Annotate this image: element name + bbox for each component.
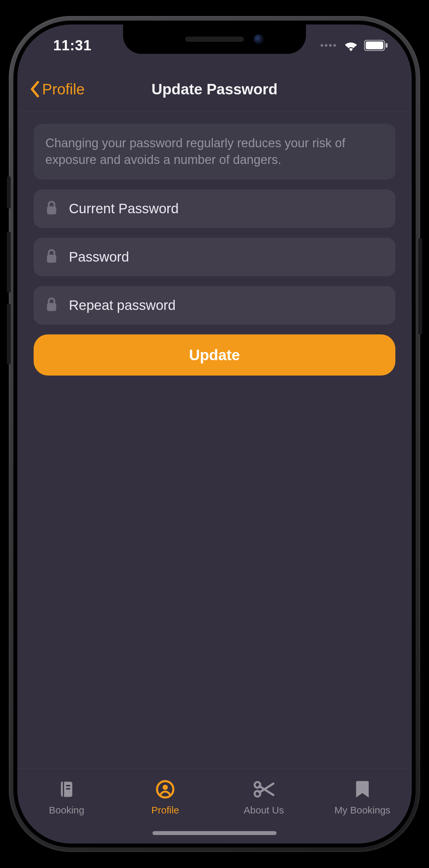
profile-icon (155, 778, 175, 800)
lock-icon (45, 249, 58, 265)
device-notch (123, 25, 306, 54)
speaker-grille (185, 37, 244, 42)
chevron-left-icon (30, 81, 40, 97)
cellular-dots-icon (320, 44, 336, 47)
home-indicator[interactable] (152, 831, 277, 835)
tab-label: Profile (151, 805, 179, 816)
scissors-icon (253, 778, 275, 800)
svg-rect-1 (366, 41, 383, 49)
back-button[interactable]: Profile (30, 80, 85, 98)
content: Changing your password regularly reduces… (17, 112, 412, 768)
nav-header: Profile Update Password (17, 66, 412, 112)
tab-label: Booking (49, 805, 84, 816)
new-password-input[interactable] (69, 238, 384, 276)
repeat-password-input[interactable] (69, 286, 384, 324)
wifi-icon (343, 39, 359, 51)
tab-about-us[interactable]: About Us (216, 778, 311, 816)
tab-my-bookings[interactable]: My Bookings (315, 778, 410, 816)
battery-icon (364, 40, 388, 51)
svg-rect-6 (63, 782, 64, 797)
tab-label: About Us (244, 805, 284, 816)
side-button-power (418, 238, 422, 335)
book-icon (57, 778, 76, 800)
new-password-field[interactable] (34, 238, 395, 276)
bookmark-icon (355, 778, 370, 800)
tab-profile[interactable]: Profile (118, 778, 213, 816)
front-camera (254, 34, 264, 44)
svg-rect-2 (386, 43, 388, 48)
side-button-silent (7, 176, 11, 209)
info-banner: Changing your password regularly reduces… (34, 124, 395, 180)
side-button-vol-up (7, 231, 11, 293)
repeat-password-field[interactable] (34, 286, 395, 324)
svg-rect-4 (47, 254, 56, 262)
current-password-input[interactable] (69, 189, 384, 228)
svg-point-10 (162, 785, 168, 790)
svg-rect-3 (47, 206, 56, 214)
svg-rect-5 (47, 303, 56, 311)
lock-icon (45, 297, 58, 313)
lock-icon (45, 200, 58, 217)
tab-label: My Bookings (334, 805, 391, 816)
status-time: 11:31 (40, 37, 92, 54)
back-label: Profile (42, 80, 85, 98)
svg-rect-8 (66, 788, 70, 789)
current-password-field[interactable] (34, 189, 395, 228)
update-button[interactable]: Update (34, 334, 395, 376)
side-button-vol-down (7, 303, 11, 365)
tab-booking[interactable]: Booking (19, 778, 114, 816)
svg-rect-7 (66, 785, 70, 786)
device-frame: 11:31 (9, 16, 420, 852)
page-title: Update Password (152, 80, 277, 98)
